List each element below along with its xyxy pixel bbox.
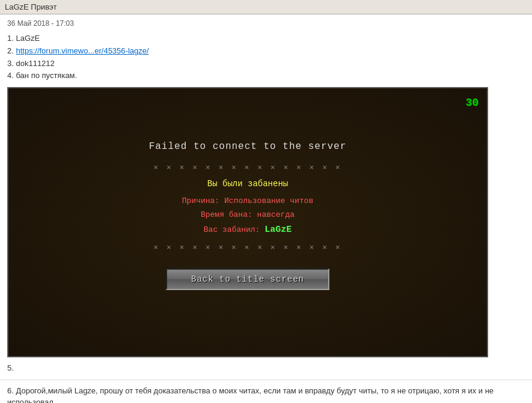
banned-by-username: LaGzE <box>264 224 292 234</box>
item-6-number: 6. <box>7 386 14 395</box>
post-6: 6. Дорогой,милый Lagze, прошу от тебя до… <box>0 380 532 403</box>
post-container: 36 Май 2018 - 17:03 1. LaGzE 2. https://… <box>0 14 532 380</box>
item-1-number: 1. <box>7 34 14 43</box>
list-item-5: 5. <box>7 362 525 375</box>
list-item: 2. https://forum.vimewo...er/45356-lagze… <box>7 45 525 58</box>
reason-label: Причина: <box>182 196 219 205</box>
list-item: 4. бан по пустякам. <box>7 70 525 82</box>
list-item: 1. LaGzE <box>7 32 525 45</box>
header-bar: LaGzE Привэт <box>0 0 532 14</box>
page-title: LaGzE Привэт <box>5 2 57 11</box>
item-5-number: 5. <box>7 363 14 372</box>
connection-failed-title: Failed to connect to the server <box>32 139 463 155</box>
post-date: 36 Май 2018 - 17:03 <box>7 19 525 28</box>
item-4-text: бан по пустякам. <box>16 71 77 80</box>
time-label: Время бана: <box>201 210 252 219</box>
reason-line: Причина: Использование читов <box>32 195 463 208</box>
item-1-text: LaGzE <box>16 34 40 43</box>
item-3-text: dok111212 <box>16 59 54 68</box>
time-line: Время бана: навсегда <box>32 209 463 222</box>
item-3-number: 3. <box>7 59 14 68</box>
item-2-number: 2. <box>7 46 14 55</box>
banned-text: Вы были забанены <box>32 177 463 190</box>
banned-by-line: Вас забанил: LaGzE <box>32 222 463 237</box>
item-4-number: 4. <box>7 71 14 80</box>
banned-by-label: Вас забанил: <box>204 225 260 234</box>
time-value: навсегда <box>257 210 295 219</box>
forum-link[interactable]: https://forum.vimewo...er/45356-lagze/ <box>16 46 148 55</box>
post-content: 1. LaGzE 2. https://forum.vimewo...er/45… <box>7 32 525 375</box>
separator-top: × × × × × × × × × × × × × × × <box>32 162 463 175</box>
item-6-text: Дорогой,милый Lagze, прошу от тебя доказ… <box>7 386 494 403</box>
separator-bottom: × × × × × × × × × × × × × × × <box>32 241 463 254</box>
ban-dialog: Failed to connect to the server × × × × … <box>32 139 463 290</box>
back-to-title-button[interactable]: Back to title screen <box>166 268 329 290</box>
list-item: 3. dok111212 <box>7 58 525 70</box>
minecraft-screenshot: 30 Failed to connect to the server × × ×… <box>7 87 488 357</box>
fps-counter: 30 <box>465 94 478 112</box>
reason-value: Использование читов <box>224 196 313 205</box>
